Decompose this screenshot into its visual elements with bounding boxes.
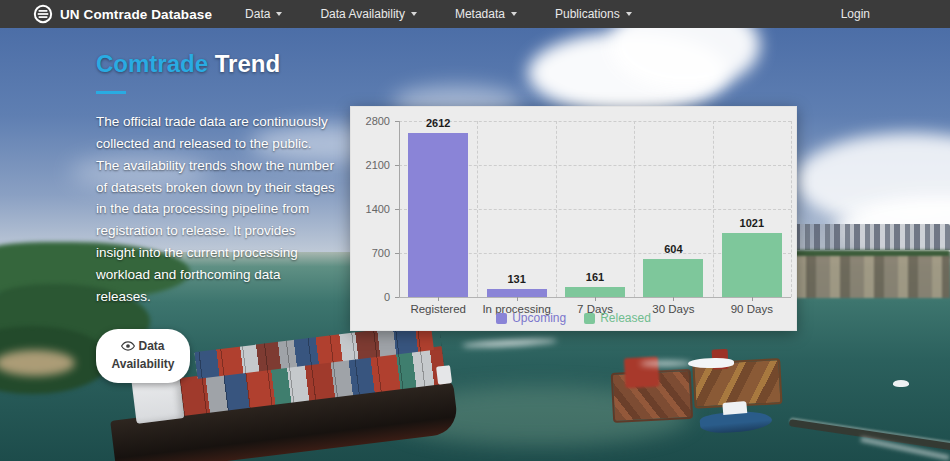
legend-swatch-icon: [584, 313, 595, 324]
nav-item-label: Publications: [555, 7, 620, 21]
gridline-vertical: [713, 121, 714, 297]
y-tick-label: 2100: [351, 159, 390, 171]
y-tick-label: 700: [351, 247, 390, 259]
eye-icon: [121, 341, 135, 351]
nav-item-publications[interactable]: Publications: [536, 0, 651, 28]
navbar: UN Comtrade Database Data Data Availabil…: [0, 0, 950, 28]
bar-value-label: 2612: [398, 117, 478, 129]
chart-bar-registered[interactable]: [408, 133, 468, 297]
chart-bar-90-days[interactable]: [722, 233, 782, 297]
x-tick-mark: [673, 297, 674, 301]
nav-item-data-availability[interactable]: Data Availability: [301, 0, 436, 28]
bar-value-label: 1021: [712, 217, 792, 229]
login-link[interactable]: Login: [841, 7, 870, 21]
gridline-vertical: [477, 121, 478, 297]
comtrade-logo-icon: [33, 4, 53, 24]
legend-label: Released: [600, 311, 651, 325]
x-tick-mark: [752, 297, 753, 301]
y-axis-line: [399, 121, 400, 297]
y-tick-label: 2800: [351, 115, 390, 127]
nav-menu: Data Data Availability Metadata Publicat…: [226, 0, 651, 28]
legend-item-released[interactable]: Released: [584, 311, 651, 325]
chevron-down-icon: [626, 12, 632, 16]
yacht: [688, 358, 734, 368]
nav-item-data[interactable]: Data: [226, 0, 301, 28]
availability-chart: 07001400210028002612Registered131In proc…: [350, 106, 797, 331]
x-tick-mark: [595, 297, 596, 301]
page-title-rest: Trend: [215, 50, 280, 77]
chart-legend: UpcomingReleased: [351, 311, 796, 325]
y-tick-label: 0: [351, 291, 390, 303]
data-availability-button[interactable]: Data Availability: [96, 329, 190, 383]
brand[interactable]: UN Comtrade Database: [33, 4, 212, 24]
nav-item-metadata[interactable]: Metadata: [436, 0, 536, 28]
bar-value-label: 161: [555, 271, 635, 283]
title-underline: [96, 91, 126, 94]
ship-foredeck: [436, 365, 452, 385]
city-skyline: [785, 224, 950, 250]
page-title: Comtrade Trend: [96, 50, 338, 78]
chevron-down-icon: [276, 12, 282, 16]
hero-section: Comtrade Trend The official trade data a…: [0, 28, 950, 461]
nav-item-label: Metadata: [455, 7, 505, 21]
boat-wake: [640, 361, 692, 366]
y-tick-label: 1400: [351, 203, 390, 215]
tugboat-cabin: [722, 401, 747, 415]
gridline-vertical: [791, 121, 792, 297]
hero-content: Comtrade Trend The official trade data a…: [96, 50, 338, 383]
chevron-down-icon: [511, 12, 517, 16]
page-title-accent: Comtrade: [96, 50, 208, 77]
legend-item-upcoming[interactable]: Upcoming: [496, 311, 566, 325]
bar-value-label: 604: [633, 243, 713, 255]
x-tick-mark: [438, 297, 439, 301]
chart-bar-7-days[interactable]: [565, 287, 625, 297]
nav-item-label: Data: [245, 7, 270, 21]
chart-bar-30-days[interactable]: [643, 259, 703, 297]
small-boat: [893, 380, 909, 387]
port-pier: [782, 256, 950, 298]
hero-description: The official trade data are continuously…: [96, 111, 338, 308]
legend-label: Upcoming: [512, 311, 566, 325]
nav-item-label: Data Availability: [320, 7, 405, 21]
x-tick-mark: [517, 297, 518, 301]
chart-bar-in-processing[interactable]: [487, 289, 547, 297]
brand-title: UN Comtrade Database: [60, 7, 212, 22]
legend-swatch-icon: [496, 313, 507, 324]
chevron-down-icon: [411, 12, 417, 16]
bar-value-label: 131: [477, 273, 557, 285]
